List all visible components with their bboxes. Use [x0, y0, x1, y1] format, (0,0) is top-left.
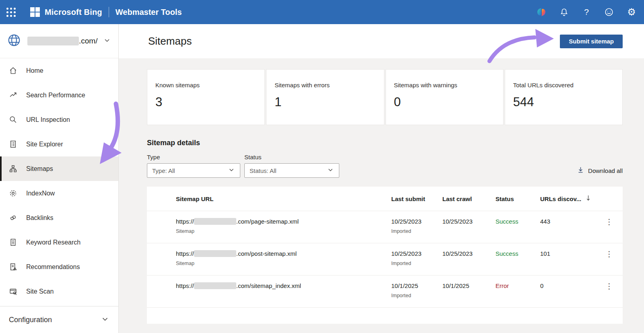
column-sitemap-url[interactable]: Sitemap URL: [176, 195, 391, 202]
sidebar-item-home[interactable]: Home: [0, 58, 118, 83]
status-filter-value: Status: All: [250, 167, 277, 174]
sidebar-item-label: Site Scan: [26, 288, 54, 295]
sidebar-item-configuration[interactable]: Configuration: [0, 306, 118, 333]
sidebar-item-label: Site Explorer: [26, 141, 63, 148]
sitemap-url-cell: https://.com/page-sitemap.xml Sitemap: [176, 218, 391, 234]
table-row[interactable]: https://.com/sitemap_index.xml 10/1/2025…: [147, 275, 623, 307]
link-icon: [9, 214, 17, 222]
type-filter-dropdown[interactable]: Type: All: [147, 163, 240, 178]
magnifier-icon: [9, 115, 17, 124]
table-row[interactable]: https://.com/post-sitemap.xml Sitemap 10…: [147, 243, 623, 275]
section-heading: Sitemap details: [147, 139, 623, 147]
sidebar: .com/ Home Search Performance: [0, 24, 119, 333]
table-row[interactable]: https://.com/page-sitemap.xml Sitemap 10…: [147, 211, 623, 243]
sidebar-item-sitemaps[interactable]: Sitemaps: [0, 156, 118, 181]
sidebar-item-url-inspection[interactable]: URL Inspection: [0, 107, 118, 132]
urls-discovered-cell: 0: [540, 282, 605, 289]
urls-discovered-cell: 443: [540, 218, 605, 225]
header-divider: [109, 7, 109, 17]
table-header-row: Sitemap URL Last submit Last crawl Statu…: [147, 187, 623, 211]
sidebar-item-label: Keyword Research: [26, 239, 80, 246]
feedback-smiley-icon[interactable]: [604, 7, 614, 17]
indexnow-gear-icon: [9, 189, 17, 197]
recommendations-alert-icon: [9, 263, 17, 271]
sidebar-item-label: Search Performance: [26, 92, 85, 99]
redacted-domain: [194, 250, 236, 257]
last-submit-cell: 10/25/2023 Imported: [391, 250, 442, 266]
column-status[interactable]: Status: [495, 195, 540, 202]
sidebar-item-label: Sitemaps: [26, 165, 53, 173]
site-selector[interactable]: .com/: [0, 24, 118, 58]
row-more-menu-icon[interactable]: ⋮: [605, 218, 623, 226]
download-all-label: Download all: [588, 167, 623, 174]
redacted-domain: [194, 218, 236, 225]
sitemap-url-cell: https://.com/sitemap_index.xml: [176, 282, 391, 293]
sidebar-item-label: Backlinks: [26, 214, 54, 222]
download-all-link[interactable]: Download all: [577, 166, 623, 175]
sidebar-item-search-performance[interactable]: Search Performance: [0, 83, 118, 107]
sidebar-item-site-explorer[interactable]: Site Explorer: [0, 132, 118, 156]
column-last-submit[interactable]: Last submit: [391, 195, 442, 202]
settings-gear-icon[interactable]: ⚙: [626, 7, 637, 17]
configuration-label: Configuration: [9, 316, 52, 324]
column-last-crawl[interactable]: Last crawl: [442, 195, 495, 202]
row-more-menu-icon[interactable]: ⋮: [605, 282, 623, 291]
type-filter-label: Type: [147, 154, 240, 160]
sidebar-nav: Home Search Performance URL Inspection S…: [0, 58, 118, 333]
stat-label: Known sitemaps: [155, 82, 264, 88]
sort-descending-icon: [585, 195, 591, 203]
stat-value: 1: [275, 95, 384, 109]
stat-label: Sitemaps with errors: [275, 82, 384, 88]
status-filter-label: Status: [244, 154, 339, 160]
page-header: Sitemaps Submit sitemap: [119, 24, 644, 58]
url-suffix: .com/sitemap_index.xml: [236, 282, 301, 289]
product-name: Webmaster Tools: [116, 8, 182, 17]
url-suffix: .com/post-sitemap.xml: [236, 250, 297, 257]
document-list-icon: [9, 140, 17, 148]
sidebar-item-label: IndexNow: [26, 190, 55, 197]
last-crawl-cell: 10/25/2023: [442, 218, 495, 225]
stat-label: Total URLs discovered: [513, 82, 622, 88]
chevron-down-icon: [101, 314, 109, 325]
copilot-icon[interactable]: [536, 7, 547, 17]
status-cell: Success: [495, 250, 540, 257]
app-launcher-icon[interactable]: [6, 8, 16, 17]
notifications-bell-icon[interactable]: [559, 7, 569, 17]
sitemap-type: Sitemap: [176, 228, 391, 234]
stat-card-sitemaps-with-errors: Sitemaps with errors 1: [266, 69, 384, 125]
submit-note: Imported: [391, 228, 442, 234]
last-submit-date: 10/25/2023: [391, 250, 421, 257]
urls-discovered-cell: 101: [540, 250, 605, 257]
submit-note: Imported: [391, 261, 442, 266]
sitemap-hierarchy-icon: [9, 164, 17, 173]
url-prefix: https://: [176, 250, 194, 257]
content-area: Known sitemaps 3 Sitemaps with errors 1 …: [119, 58, 644, 333]
sidebar-item-site-scan[interactable]: Site Scan: [0, 279, 118, 304]
help-icon[interactable]: ?: [581, 7, 592, 17]
globe-icon: [7, 33, 21, 49]
submit-sitemap-button[interactable]: Submit sitemap: [560, 35, 623, 48]
last-crawl-cell: 10/1/2025: [442, 282, 495, 289]
trend-arrow-icon: [9, 91, 17, 99]
sitemap-url-cell: https://.com/post-sitemap.xml Sitemap: [176, 250, 391, 266]
row-more-menu-icon[interactable]: ⋮: [605, 250, 623, 259]
chevron-down-icon: [327, 166, 334, 175]
redacted-domain: [194, 282, 236, 289]
stat-card-total-urls-discovered: Total URLs discovered 544: [505, 69, 623, 125]
download-icon: [577, 166, 584, 175]
stat-label: Sitemaps with warnings: [394, 82, 503, 88]
sidebar-item-label: Recommendations: [26, 263, 80, 271]
page-title: Sitemaps: [148, 35, 192, 47]
status-filter-dropdown[interactable]: Status: All: [244, 163, 339, 178]
column-urls-label: URLs discov...: [540, 195, 581, 202]
sidebar-item-recommendations[interactable]: Recommendations: [0, 255, 118, 279]
sidebar-item-keyword-research[interactable]: Keyword Research: [0, 230, 118, 255]
last-submit-cell: 10/1/2025 Imported: [391, 282, 442, 298]
microsoft-logo-icon: [30, 7, 40, 17]
submit-note: Imported: [391, 293, 442, 298]
sidebar-item-backlinks[interactable]: Backlinks: [0, 206, 118, 230]
column-urls-discovered[interactable]: URLs discov...: [540, 195, 605, 203]
url-prefix: https://: [176, 218, 194, 225]
sidebar-item-indexnow[interactable]: IndexNow: [0, 181, 118, 206]
stat-value: 3: [155, 95, 264, 109]
